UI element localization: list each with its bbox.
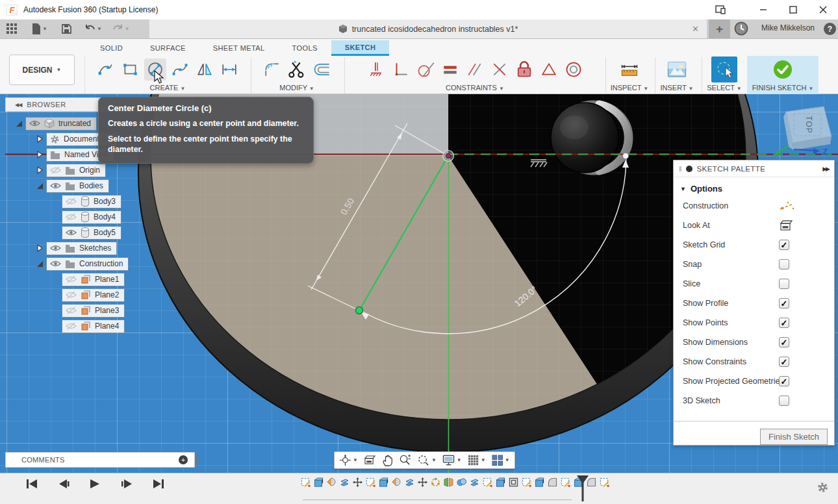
user-name[interactable]: Mike Mikkelson: [755, 23, 820, 32]
sketch-dimension-icon[interactable]: [218, 58, 240, 81]
sketch-grid-checkbox[interactable]: ✓: [779, 240, 789, 250]
tree-collapsed-icon[interactable]: [35, 244, 44, 252]
file-menu-icon[interactable]: ▼: [32, 23, 47, 34]
browser-item-plane3[interactable]: Plane3: [62, 305, 124, 317]
visibility-on-icon[interactable]: [50, 182, 61, 190]
offset-tool-icon[interactable]: [311, 58, 333, 81]
show-profile-checkbox[interactable]: ✓: [779, 298, 789, 309]
perpendicular-constraint-icon[interactable]: [390, 58, 412, 81]
browser-item-body5[interactable]: Body5: [62, 227, 121, 239]
comments-add-icon[interactable]: +: [179, 455, 188, 464]
browser-item-plane1[interactable]: Plane1: [62, 273, 124, 286]
timeline-feature-sketch[interactable]: [482, 477, 493, 492]
line-tool-icon[interactable]: [95, 58, 117, 81]
visibility-off-icon[interactable]: [66, 291, 77, 299]
options-collapse-icon[interactable]: ▼: [680, 186, 686, 192]
midpoint-constraint-icon[interactable]: [489, 58, 511, 81]
viewports-icon[interactable]: ▼: [492, 455, 510, 466]
timeline-feature-pattern[interactable]: [430, 477, 441, 492]
visibility-on-icon[interactable]: [29, 120, 40, 127]
timeline-feature-fillet[interactable]: [547, 477, 558, 492]
timeline-feature-sketch[interactable]: [521, 477, 532, 492]
pan-icon[interactable]: [382, 455, 393, 466]
create-group-label[interactable]: CREATE ▼: [150, 84, 186, 92]
timeline-feature-extrude[interactable]: [378, 477, 389, 492]
save-icon[interactable]: [62, 24, 71, 34]
timeline-feature-loft[interactable]: [391, 477, 402, 492]
finish-sketch-button[interactable]: Finish Sketch: [760, 429, 828, 445]
trim-tool-icon[interactable]: [286, 58, 308, 81]
tree-expanded-icon[interactable]: [14, 120, 23, 127]
undo-icon[interactable]: ▼: [84, 25, 102, 34]
timeline-settings-gear-icon[interactable]: [817, 481, 829, 494]
look-at-icon[interactable]: [364, 455, 376, 465]
browser-item-body3[interactable]: Body3: [62, 195, 121, 208]
step-back-button[interactable]: [58, 479, 70, 489]
recent-activity-icon[interactable]: [734, 21, 748, 36]
fillet-tool-icon[interactable]: [261, 58, 283, 81]
browser-item-truncated[interactable]: truncated: [26, 118, 96, 130]
timeline-feature-extrude[interactable]: [495, 477, 506, 492]
browser-item-origin[interactable]: Origin: [47, 164, 105, 177]
minimize-button[interactable]: [748, 0, 778, 19]
visibility-on-icon[interactable]: [50, 244, 61, 252]
select-tool-icon[interactable]: [711, 57, 737, 82]
lookat-icon[interactable]: [779, 220, 793, 231]
visibility-off-icon[interactable]: [66, 307, 77, 314]
zoom-icon[interactable]: [399, 454, 411, 466]
concentric-constraint-icon[interactable]: [563, 58, 585, 81]
timeline-feature-split[interactable]: [469, 477, 480, 492]
inspect-group-label[interactable]: INSPECT ▼: [611, 84, 648, 92]
timeline-position-marker[interactable]: [576, 475, 590, 501]
timeline-feature-mirror[interactable]: [443, 477, 454, 492]
show-dimensions-checkbox[interactable]: ✓: [779, 337, 789, 347]
timeline-feature-sketch[interactable]: [599, 477, 610, 492]
browser-item-plane2[interactable]: Plane2: [62, 289, 124, 301]
ribbon-tab-sketch[interactable]: SKETCH: [331, 40, 390, 56]
parallel-constraint-icon[interactable]: [464, 58, 486, 81]
sketch-palette-header[interactable]: ‖ SKETCH PALETTE ▶▶: [674, 160, 834, 177]
palette-grip[interactable]: ‖: [679, 165, 682, 173]
browser-collapse-icon[interactable]: ◀◀: [15, 102, 21, 108]
finish-sketch-group[interactable]: FINISH SKETCH ▼: [747, 56, 819, 94]
browser-item-construction[interactable]: Construction: [47, 258, 128, 270]
help-icon[interactable]: ?: [824, 23, 836, 35]
play-button[interactable]: [90, 479, 101, 489]
timeline-feature-sketch[interactable]: [300, 477, 311, 492]
timeline-feature-loft[interactable]: [326, 477, 337, 492]
symmetry-constraint-icon[interactable]: [538, 58, 560, 81]
browser-item-bodies[interactable]: Bodies: [47, 180, 108, 192]
maximize-button[interactable]: [778, 0, 808, 19]
browser-item-plane4[interactable]: Plane4: [62, 320, 124, 333]
show-constraints-checkbox[interactable]: ✓: [779, 357, 789, 367]
device-view-icon[interactable]: [705, 0, 735, 19]
timeline-feature-move[interactable]: [417, 477, 428, 492]
step-forward-button[interactable]: [121, 479, 133, 489]
workspace-selector[interactable]: DESIGN▼: [9, 55, 75, 85]
tree-collapsed-icon[interactable]: [35, 166, 44, 174]
constraints-group-label[interactable]: CONSTRAINTS ▼: [446, 84, 504, 92]
display-settings-icon[interactable]: ▼: [442, 455, 462, 466]
visibility-on-icon[interactable]: [66, 229, 77, 236]
tree-collapsed-icon[interactable]: [35, 151, 44, 158]
modify-group-label[interactable]: MODIFY ▼: [279, 84, 314, 92]
palette-options-section[interactable]: ▼ Options: [674, 177, 834, 196]
ribbon-tab-solid[interactable]: SOLID: [86, 40, 136, 56]
visibility-off-icon[interactable]: [50, 166, 61, 174]
timeline-feature-sketch[interactable]: [560, 477, 571, 492]
fix-constraint-icon[interactable]: [513, 58, 535, 81]
timeline-feature-sketch[interactable]: [365, 477, 376, 492]
select-group-label[interactable]: SELECT ▼: [707, 84, 742, 92]
insert-group-label[interactable]: INSERT ▼: [661, 84, 694, 92]
app-grid-icon[interactable]: [6, 23, 18, 34]
spline-tool-icon[interactable]: [169, 58, 191, 81]
rectangle-tool-icon[interactable]: [120, 58, 142, 81]
browser-item-body4[interactable]: Body4: [62, 211, 121, 223]
document-close-icon[interactable]: ✕: [692, 24, 699, 34]
ribbon-tab-tools[interactable]: TOOLS: [279, 40, 331, 56]
timeline-feature-box[interactable]: [508, 477, 519, 492]
3d-sketch-checkbox[interactable]: [779, 396, 789, 406]
visibility-off-icon[interactable]: [66, 213, 77, 221]
measure-tool-icon[interactable]: [618, 58, 641, 81]
tree-collapsed-icon[interactable]: [35, 135, 44, 143]
